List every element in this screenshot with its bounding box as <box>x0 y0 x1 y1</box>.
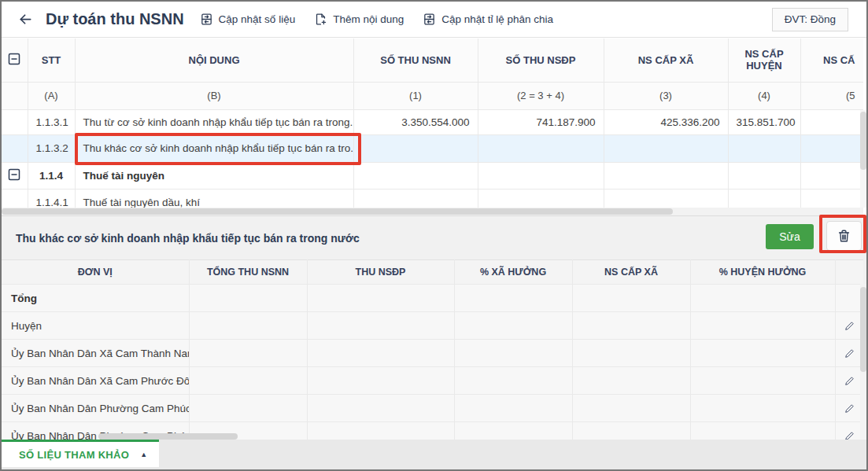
so-thu-nsdp-cell <box>478 189 604 208</box>
col-header-thu-nsdp: THU NSĐP <box>307 260 454 285</box>
allocation-header-row: ĐƠN VỊ TỔNG THU NSNN THU NSĐP % XÃ HƯỞNG… <box>2 260 863 285</box>
value-cell <box>307 312 454 340</box>
stt-cell: 1.1.3.1 <box>28 109 75 134</box>
value-cell <box>307 395 454 422</box>
edit-row-button[interactable] <box>840 316 859 335</box>
noi-dung-cell: Thuế tài nguyên dầu, khí <box>75 189 353 208</box>
actions-cell <box>835 367 863 395</box>
table-row[interactable]: 1.1.3.1 Thu từ cơ sở kinh doanh nhập khẩ… <box>2 109 863 134</box>
allocation-table: ĐƠN VỊ TỔNG THU NSNN THU NSĐP % XÃ HƯỞNG… <box>2 259 863 440</box>
tab-label: SỐ LIỆU THAM KHẢO <box>19 449 129 461</box>
table-header-row: STT NỘI DUNG SỐ THU NSNN SỐ THU NSĐP NS … <box>2 39 863 82</box>
edit-row-button[interactable] <box>840 399 859 418</box>
noi-dung-cell: Thu khác cơ sở kinh doanh nhập khẩu tiếp… <box>75 134 353 162</box>
actions-cell <box>835 422 863 440</box>
ns-cap-cut-cell <box>800 109 863 134</box>
stt-cell: 1.1.3.2 <box>28 134 75 162</box>
noi-dung-cell: Thuế tài nguyên <box>75 162 353 189</box>
pencil-icon <box>844 430 855 440</box>
sync-data-icon <box>200 13 213 26</box>
ns-cap-huyen-cell <box>728 134 800 162</box>
toolbar: Cập nhật số liệu Thêm nội dung Cập nhật … <box>200 13 554 26</box>
edit-row-button[interactable] <box>840 426 859 440</box>
so-thu-nsdp-cell: 741.187.900 <box>478 109 604 134</box>
vertical-scrollbar <box>860 284 866 440</box>
subheader-1: (1) <box>353 82 478 109</box>
value-cell <box>454 285 572 312</box>
subheader-4: (4) <box>728 82 800 109</box>
ns-cap-cut-cell <box>800 162 863 189</box>
collapse-cell <box>2 134 28 162</box>
value-cell <box>454 367 572 395</box>
table-subheader-row: (A) (B) (1) (2 = 3 + 4) (3) (4) (5 <box>2 82 863 109</box>
value-cell <box>690 285 835 312</box>
value-cell <box>189 340 307 367</box>
collapse-all-button[interactable] <box>8 53 20 65</box>
update-ratio-label: Cập nhật tỉ lệ phân chia <box>441 13 553 25</box>
col-header-so-thu-nsnn: SỐ THU NSNN <box>353 39 478 82</box>
update-ratio-icon <box>423 13 436 26</box>
subheader-empty <box>2 82 28 109</box>
col-header-so-thu-nsdp: SỐ THU NSĐP <box>478 39 604 82</box>
vertical-scrollbar-thumb[interactable] <box>860 287 866 372</box>
value-cell <box>307 285 454 312</box>
col-header-tong-thu-nsnn: TỔNG THU NSNN <box>189 260 307 285</box>
subheader-5: (5 <box>800 82 863 109</box>
trash-icon <box>837 228 851 244</box>
edit-row-button[interactable] <box>840 344 859 362</box>
so-thu-nsnn-cell <box>353 134 478 162</box>
update-ratio-button[interactable]: Cập nhật tỉ lệ phân chia <box>423 13 553 26</box>
table-row[interactable]: 1.1.4.1 Thuế tài nguyên dầu, khí <box>2 189 863 208</box>
budget-table: STT NỘI DUNG SỐ THU NSNN SỐ THU NSĐP NS … <box>2 39 863 208</box>
allocation-row-total: Tổng <box>2 285 863 312</box>
value-cell <box>572 395 690 422</box>
tab-so-lieu-tham-khao[interactable]: SỐ LIỆU THAM KHẢO ▲ <box>2 440 159 467</box>
ns-cap-xa-cell <box>604 189 728 208</box>
value-cell <box>690 422 835 440</box>
edit-button[interactable]: Sửa <box>766 224 814 249</box>
footer-bar: SỐ LIỆU THAM KHẢO ▲ <box>2 440 866 469</box>
back-button[interactable] <box>16 10 35 29</box>
vertical-scrollbar-thumb[interactable] <box>860 112 866 170</box>
stt-cell: 1.1.4.1 <box>28 189 75 208</box>
value-cell <box>307 367 454 395</box>
table-row-selected[interactable]: 1.1.3.2 Thu khác cơ sở kinh doanh nhập k… <box>2 134 863 162</box>
value-cell <box>572 422 690 440</box>
allocation-row: Huyện <box>2 312 863 340</box>
value-cell <box>189 395 307 422</box>
value-cell <box>690 312 835 340</box>
stt-cell: 1.1.4 <box>28 162 75 189</box>
value-cell <box>454 312 572 340</box>
subheader-2: (2 = 3 + 4) <box>478 82 604 109</box>
horizontal-scrollbar-thumb[interactable] <box>2 208 673 215</box>
col-header-noi-dung: NỘI DUNG <box>75 39 353 82</box>
horizontal-scrollbar-thumb[interactable] <box>98 433 238 440</box>
value-cell <box>690 340 835 367</box>
collapse-minus-icon <box>8 53 20 65</box>
value-cell <box>572 367 690 395</box>
detail-panel-title: Thu khác cơ sở kinh doanh nhập khẩu tiếp… <box>16 232 360 245</box>
pencil-icon <box>844 403 855 414</box>
value-cell <box>690 395 835 422</box>
collapse-cell <box>2 189 28 208</box>
actions-cell <box>835 340 863 367</box>
top-bar: Dự toán thu NSNN Cập nhật số liệu Thêm n… <box>2 2 866 38</box>
back-arrow-icon <box>17 11 34 28</box>
value-cell <box>690 367 835 395</box>
add-content-button[interactable]: Thêm nội dung <box>314 13 404 26</box>
noi-dung-cell: Thu từ cơ sở kinh doanh nhập khẩu tiếp t… <box>75 109 353 134</box>
delete-button[interactable] <box>826 221 862 251</box>
ns-cap-huyen-cell: 315.851.700 <box>728 109 800 134</box>
value-cell <box>307 340 454 367</box>
collapse-row-button[interactable] <box>8 168 20 181</box>
ns-cap-xa-cell <box>604 134 728 162</box>
collapse-all-cell <box>2 39 28 82</box>
value-cell <box>454 422 572 440</box>
update-data-button[interactable]: Cập nhật số liệu <box>200 13 296 26</box>
edit-row-button[interactable] <box>840 371 859 390</box>
subheader-b: (B) <box>75 82 353 109</box>
col-header-ns-cap-xa: NS CẤP XÃ <box>604 39 728 82</box>
vertical-scrollbar <box>860 110 866 208</box>
table-row-group[interactable]: 1.1.4 Thuế tài nguyên <box>2 162 863 189</box>
value-cell <box>189 367 307 395</box>
